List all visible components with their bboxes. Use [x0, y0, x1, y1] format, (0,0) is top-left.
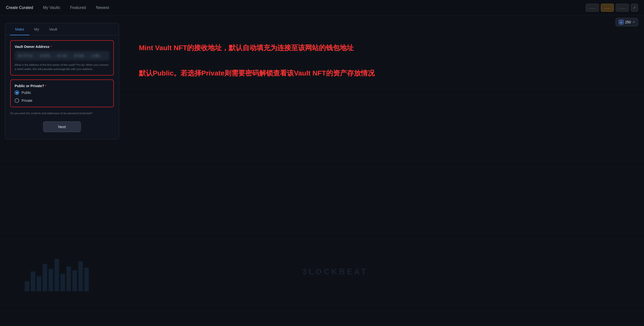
nav-link-create-curated[interactable]: Create Curated: [6, 6, 33, 10]
radio-group: Public Private: [15, 90, 109, 103]
wallet-button-2[interactable]: ........: [601, 4, 614, 12]
bg-bar: [72, 270, 77, 291]
bg-bar: [31, 271, 35, 291]
bg-bar: [48, 269, 53, 291]
privacy-field-group: Public or Private? * Public Private: [10, 79, 114, 107]
tabs-container: Make My Vault: [5, 23, 119, 35]
nav-link-featured[interactable]: Featured: [70, 6, 86, 10]
nav-expand-button[interactable]: ⤢: [631, 4, 638, 12]
top-nav: Create Curated My Vaults Featured Newest…: [0, 0, 644, 15]
vault-owner-label: Vault Owner Address *: [15, 45, 109, 49]
vault-owner-field-group: Vault Owner Address * 0x7F3a...b2E9...4c…: [10, 40, 114, 75]
nav-link-my-vaults[interactable]: My Vaults: [43, 6, 60, 10]
radio-private-circle: [15, 98, 19, 103]
required-marker: *: [50, 45, 52, 49]
bg-bar: [84, 268, 89, 291]
bg-bar: [60, 274, 65, 291]
radio-private-label: Private: [22, 99, 32, 103]
next-button[interactable]: Next: [43, 121, 81, 132]
radio-public[interactable]: Public: [15, 90, 109, 95]
main-content: Make My Vault Vault Owner Address * 0x7F…: [0, 15, 644, 147]
form-body: Vault Owner Address * 0x7F3a...b2E9...4c…: [5, 35, 119, 139]
address-hint: What is the address of the first owner o…: [15, 63, 109, 71]
page-wrapper: Create Curated My Vaults Featured Newest…: [0, 0, 644, 326]
bg-bar: [78, 261, 83, 291]
bg-bar: [43, 264, 47, 291]
bg-bars-decoration: [25, 259, 89, 291]
tab-make[interactable]: Make: [10, 23, 29, 35]
bg-bar: [66, 266, 71, 291]
tab-vault[interactable]: Vault: [44, 23, 62, 35]
bg-bar: [25, 281, 29, 291]
radio-public-circle: [15, 90, 19, 95]
privacy-required-marker: *: [45, 84, 46, 88]
annotation-panel: Mint Vault NFT的接收地址，默认自动填充为连接至该网站的钱包地址 默…: [139, 23, 639, 139]
radio-private[interactable]: Private: [15, 98, 109, 103]
wallet-button-1[interactable]: ........: [586, 4, 599, 12]
annotation-1: Mint Vault NFT的接收地址，默认自动填充为连接至该网站的钱包地址: [139, 43, 639, 53]
address-display: 0x7F3a...b2E9...4c1D...8f0A...23Bc: [15, 51, 109, 60]
bg-bar: [37, 276, 41, 291]
nav-links: Create Curated My Vaults Featured Newest: [6, 6, 586, 10]
nav-right: ........ ........ ........ ⤢: [586, 4, 638, 12]
tab-my[interactable]: My: [29, 23, 44, 35]
annotation-2: 默认Public。若选择Private则需要密码解锁查看该Vault NFT的资…: [139, 68, 639, 78]
bg-bar: [54, 259, 59, 291]
blockbeat-watermark: 3LOCKBEAT: [302, 267, 368, 276]
form-card: Make My Vault Vault Owner Address * 0x7F…: [5, 23, 119, 139]
privacy-label: Public or Private? *: [15, 84, 109, 88]
privacy-hint: Do you want the contents and addresses t…: [10, 111, 114, 115]
radio-public-label: Public: [22, 91, 31, 95]
wallet-button-3[interactable]: ........: [616, 4, 629, 12]
nav-link-newest[interactable]: Newest: [96, 6, 109, 10]
